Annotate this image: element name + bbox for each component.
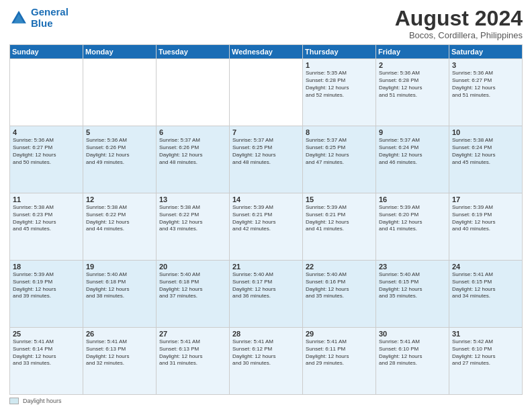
day-number: 16 [379,195,446,203]
calendar-week-1: 1Sunrise: 5:35 AM Sunset: 6:28 PM Daylig… [10,59,523,126]
calendar-cell: 11Sunrise: 5:38 AM Sunset: 6:23 PM Dayli… [10,193,83,261]
day-info: Sunrise: 5:41 AM Sunset: 6:13 PM Dayligh… [86,338,153,367]
title-block: August 2024 Bocos, Cordillera, Philippin… [395,7,523,40]
calendar-cell [10,59,83,126]
day-info: Sunrise: 5:40 AM Sunset: 6:17 PM Dayligh… [232,271,300,300]
day-info: Sunrise: 5:40 AM Sunset: 6:15 PM Dayligh… [379,271,446,300]
day-header-tuesday: Tuesday [157,45,230,59]
calendar-cell: 13Sunrise: 5:38 AM Sunset: 6:22 PM Dayli… [157,193,230,261]
calendar-cell [157,59,230,126]
day-number: 19 [86,263,153,271]
day-info: Sunrise: 5:39 AM Sunset: 6:21 PM Dayligh… [232,204,300,233]
day-number: 2 [379,61,446,69]
day-number: 4 [13,128,80,136]
calendar-cell [230,59,303,126]
calendar-cell: 7Sunrise: 5:37 AM Sunset: 6:25 PM Daylig… [230,126,303,193]
calendar-cell: 16Sunrise: 5:39 AM Sunset: 6:20 PM Dayli… [376,193,449,261]
day-number: 3 [452,61,519,69]
day-header-wednesday: Wednesday [230,45,303,59]
logo-text: General Blue [31,7,69,29]
day-number: 5 [86,128,153,136]
day-number: 27 [159,330,226,338]
calendar-cell: 30Sunrise: 5:41 AM Sunset: 6:10 PM Dayli… [376,328,449,395]
day-number: 23 [379,263,446,271]
day-info: Sunrise: 5:37 AM Sunset: 6:26 PM Dayligh… [159,137,226,166]
day-number: 6 [159,128,226,136]
page: General Blue August 2024 Bocos, Cordille… [0,0,532,411]
day-info: Sunrise: 5:41 AM Sunset: 6:14 PM Dayligh… [13,338,80,367]
day-number: 15 [306,195,373,203]
calendar-cell [83,59,157,126]
calendar-cell: 15Sunrise: 5:39 AM Sunset: 6:21 PM Dayli… [303,193,376,261]
day-header-friday: Friday [376,45,449,59]
day-info: Sunrise: 5:39 AM Sunset: 6:20 PM Dayligh… [379,204,446,233]
logo-line1: General [31,6,69,17]
day-info: Sunrise: 5:38 AM Sunset: 6:22 PM Dayligh… [159,204,226,233]
calendar: SundayMondayTuesdayWednesdayThursdayFrid… [9,44,523,395]
day-info: Sunrise: 5:39 AM Sunset: 6:21 PM Dayligh… [306,204,373,233]
logo-icon [9,9,28,28]
day-info: Sunrise: 5:42 AM Sunset: 6:10 PM Dayligh… [452,338,519,367]
day-number: 31 [452,330,519,338]
calendar-cell: 23Sunrise: 5:40 AM Sunset: 6:15 PM Dayli… [376,261,449,328]
day-number: 11 [13,195,80,203]
day-info: Sunrise: 5:38 AM Sunset: 6:24 PM Dayligh… [452,137,519,166]
day-info: Sunrise: 5:40 AM Sunset: 6:18 PM Dayligh… [86,271,153,300]
day-number: 12 [86,195,153,203]
day-number: 14 [232,195,300,203]
calendar-cell: 4Sunrise: 5:36 AM Sunset: 6:27 PM Daylig… [10,126,83,193]
calendar-cell: 25Sunrise: 5:41 AM Sunset: 6:14 PM Dayli… [10,328,83,395]
day-info: Sunrise: 5:37 AM Sunset: 6:25 PM Dayligh… [306,137,373,166]
calendar-cell: 19Sunrise: 5:40 AM Sunset: 6:18 PM Dayli… [83,261,157,328]
day-number: 25 [13,330,80,338]
legend-box [9,398,19,404]
calendar-week-2: 4Sunrise: 5:36 AM Sunset: 6:27 PM Daylig… [10,126,523,193]
day-info: Sunrise: 5:41 AM Sunset: 6:13 PM Dayligh… [159,338,226,367]
main-title: August 2024 [395,7,523,30]
day-header-thursday: Thursday [303,45,376,59]
day-info: Sunrise: 5:35 AM Sunset: 6:28 PM Dayligh… [306,70,373,99]
day-info: Sunrise: 5:36 AM Sunset: 6:27 PM Dayligh… [452,70,519,99]
calendar-cell: 20Sunrise: 5:40 AM Sunset: 6:18 PM Dayli… [157,261,230,328]
day-info: Sunrise: 5:36 AM Sunset: 6:28 PM Dayligh… [379,70,446,99]
day-number: 9 [379,128,446,136]
day-number: 20 [159,263,226,271]
calendar-cell: 17Sunrise: 5:39 AM Sunset: 6:19 PM Dayli… [449,193,523,261]
logo-line2: Blue [31,17,53,29]
calendar-cell: 9Sunrise: 5:37 AM Sunset: 6:24 PM Daylig… [376,126,449,193]
calendar-cell: 28Sunrise: 5:41 AM Sunset: 6:12 PM Dayli… [230,328,303,395]
header: General Blue August 2024 Bocos, Cordille… [9,7,523,40]
header-row: SundayMondayTuesdayWednesdayThursdayFrid… [10,45,523,59]
day-header-sunday: Sunday [10,45,83,59]
day-info: Sunrise: 5:41 AM Sunset: 6:15 PM Dayligh… [452,271,519,300]
calendar-cell: 22Sunrise: 5:40 AM Sunset: 6:16 PM Dayli… [303,261,376,328]
day-number: 26 [86,330,153,338]
calendar-cell: 29Sunrise: 5:41 AM Sunset: 6:11 PM Dayli… [303,328,376,395]
footer: Daylight hours [9,398,523,404]
logo: General Blue [9,7,69,29]
day-info: Sunrise: 5:37 AM Sunset: 6:24 PM Dayligh… [379,137,446,166]
day-number: 30 [379,330,446,338]
day-number: 7 [232,128,300,136]
day-info: Sunrise: 5:40 AM Sunset: 6:16 PM Dayligh… [306,271,373,300]
day-number: 22 [306,263,373,271]
day-number: 8 [306,128,373,136]
calendar-cell: 26Sunrise: 5:41 AM Sunset: 6:13 PM Dayli… [83,328,157,395]
calendar-cell: 6Sunrise: 5:37 AM Sunset: 6:26 PM Daylig… [157,126,230,193]
day-info: Sunrise: 5:36 AM Sunset: 6:26 PM Dayligh… [86,137,153,166]
calendar-cell: 18Sunrise: 5:39 AM Sunset: 6:19 PM Dayli… [10,261,83,328]
calendar-week-5: 25Sunrise: 5:41 AM Sunset: 6:14 PM Dayli… [10,328,523,395]
calendar-cell: 1Sunrise: 5:35 AM Sunset: 6:28 PM Daylig… [303,59,376,126]
calendar-cell: 21Sunrise: 5:40 AM Sunset: 6:17 PM Dayli… [230,261,303,328]
day-info: Sunrise: 5:41 AM Sunset: 6:10 PM Dayligh… [379,338,446,367]
day-header-saturday: Saturday [449,45,523,59]
calendar-cell: 24Sunrise: 5:41 AM Sunset: 6:15 PM Dayli… [449,261,523,328]
day-number: 10 [452,128,519,136]
day-info: Sunrise: 5:39 AM Sunset: 6:19 PM Dayligh… [13,271,80,300]
calendar-cell: 31Sunrise: 5:42 AM Sunset: 6:10 PM Dayli… [449,328,523,395]
day-number: 13 [159,195,226,203]
legend-label: Daylight hours [23,398,62,404]
day-info: Sunrise: 5:40 AM Sunset: 6:18 PM Dayligh… [159,271,226,300]
calendar-cell: 5Sunrise: 5:36 AM Sunset: 6:26 PM Daylig… [83,126,157,193]
calendar-week-4: 18Sunrise: 5:39 AM Sunset: 6:19 PM Dayli… [10,261,523,328]
